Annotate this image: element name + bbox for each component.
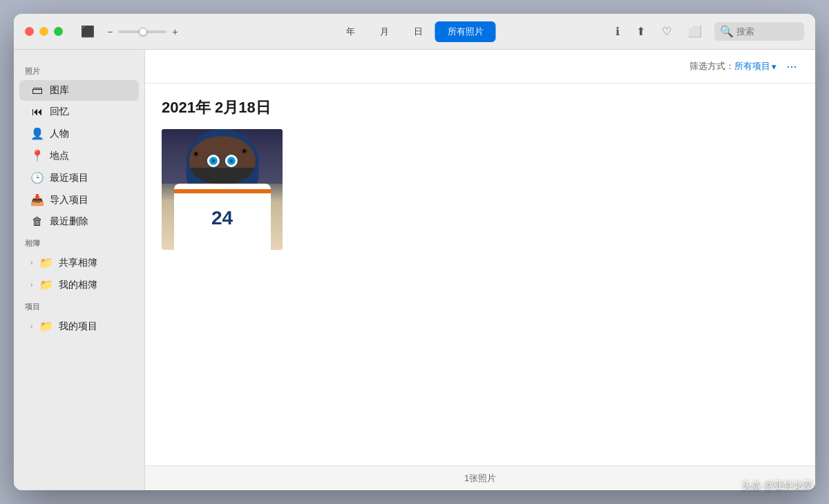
- memories-icon: ⏮: [30, 106, 44, 118]
- sidebar-label-people: 人物: [50, 128, 69, 140]
- sidebar-item-import[interactable]: 📥 导入项目: [19, 189, 139, 211]
- crop-button[interactable]: ⬜: [684, 22, 706, 41]
- app-window: ⬛ − + 年 月 日 所有照片 ℹ ⬆ ♡ ⬜ 🔍: [14, 14, 815, 490]
- shared-albums-icon: 📁: [39, 256, 53, 269]
- import-icon: 📥: [30, 193, 44, 206]
- goggle-left: [206, 153, 221, 168]
- sidebar-item-places[interactable]: 📍 地点: [19, 145, 139, 166]
- main-content: 筛选方式： 所有项目 ▾ ··· 2021年 2月18日: [145, 50, 815, 490]
- close-button[interactable]: [25, 27, 34, 36]
- zoom-slider[interactable]: [118, 30, 166, 33]
- filter-label: 筛选方式：: [689, 60, 734, 72]
- recent-icon: 🕒: [30, 171, 44, 184]
- sidebar-item-shared-albums[interactable]: › 📁 共享相簿: [19, 252, 139, 273]
- photo-count: 1张照片: [464, 472, 496, 485]
- maximize-button[interactable]: [54, 27, 63, 36]
- photos-row: ✴ ✴ 24: [162, 129, 799, 250]
- pupil-right: [227, 157, 236, 165]
- jersey-number: 24: [211, 207, 233, 229]
- titlebar: ⬛ − + 年 月 日 所有照片 ℹ ⬆ ♡ ⬜ 🔍: [14, 14, 815, 50]
- photo-inner: ✴ ✴ 24: [162, 129, 283, 250]
- goggle-right: [224, 153, 239, 168]
- more-options-button[interactable]: ···: [782, 57, 801, 76]
- date-header: 2021年 2月18日: [162, 97, 799, 118]
- sidebar-item-recent[interactable]: 🕒 最近项目: [19, 167, 139, 188]
- favorite-button[interactable]: ♡: [658, 22, 676, 41]
- sidebar-section-projects: 项目: [14, 296, 144, 315]
- deleted-icon: 🗑: [30, 215, 44, 228]
- sidebar-label-my-albums: 我的相簿: [59, 279, 97, 291]
- expand-my-albums-icon: ›: [30, 281, 32, 289]
- photo-thumbnail[interactable]: ✴ ✴ 24: [162, 129, 283, 250]
- jersey-stripe: [174, 189, 271, 193]
- goggles: [206, 153, 239, 168]
- zoom-control: − +: [104, 25, 180, 39]
- my-albums-icon: 📁: [39, 278, 53, 291]
- share-button[interactable]: ⬆: [632, 22, 649, 41]
- tab-day[interactable]: 日: [401, 21, 435, 42]
- sidebar-label-deleted: 最近删除: [50, 215, 88, 228]
- photo-background: ✴ ✴ 24: [162, 129, 283, 250]
- zoom-plus-button[interactable]: +: [169, 25, 180, 39]
- zoom-slider-thumb[interactable]: [139, 28, 147, 36]
- tab-group: 年 月 日 所有照片: [334, 21, 496, 42]
- toolbar-right: ℹ ⬆ ♡ ⬜ 🔍: [611, 22, 804, 41]
- sidebar-item-my-projects[interactable]: › 📁 我的项目: [19, 316, 139, 337]
- sidebar-item-my-albums[interactable]: › 📁 我的相簿: [19, 274, 139, 295]
- slideshow-button[interactable]: ⬛: [77, 22, 99, 41]
- mask: [189, 168, 255, 185]
- filter-value[interactable]: 所有项目 ▾: [734, 60, 776, 72]
- places-icon: 📍: [30, 149, 44, 162]
- traffic-lights: [25, 27, 63, 36]
- pupil-left: [209, 157, 218, 165]
- sidebar-label-recent: 最近项目: [50, 172, 88, 184]
- expand-projects-icon: ›: [30, 322, 32, 330]
- sidebar-section-photos: 照片: [14, 61, 144, 79]
- minimize-button[interactable]: [39, 27, 48, 36]
- sidebar-label-library: 图库: [50, 84, 69, 97]
- people-icon: 👤: [30, 127, 44, 140]
- sidebar-label-import: 导入项目: [50, 194, 88, 206]
- info-button[interactable]: ℹ: [611, 22, 624, 41]
- bottom-bar: 1张照片: [145, 465, 815, 490]
- star-left-icon: ✴: [192, 148, 200, 159]
- sidebar-label-shared-albums: 共享相簿: [59, 257, 97, 269]
- sidebar-label-my-projects: 我的项目: [59, 320, 97, 333]
- expand-shared-icon: ›: [30, 259, 32, 266]
- filter-chevron-icon: ▾: [772, 61, 776, 72]
- sidebar-section-albums: 相簿: [14, 233, 144, 251]
- sidebar-item-deleted[interactable]: 🗑 最近删除: [19, 211, 139, 232]
- sidebar-item-people[interactable]: 👤 人物: [19, 123, 139, 144]
- content-area: 照片 🗃 图库 ⏮ 回忆 👤 人物 📍 地点 🕒 最近项目: [14, 50, 815, 490]
- library-icon: 🗃: [30, 84, 44, 97]
- my-projects-icon: 📁: [39, 320, 53, 333]
- tab-all[interactable]: 所有照片: [435, 21, 496, 42]
- sidebar: 照片 🗃 图库 ⏮ 回忆 👤 人物 📍 地点 🕒 最近项目: [14, 50, 145, 490]
- sidebar-item-memories[interactable]: ⏮ 回忆: [19, 101, 139, 122]
- star-right-icon: ✴: [240, 146, 249, 157]
- player-jersey: 24: [174, 184, 271, 250]
- search-box[interactable]: 🔍: [714, 22, 804, 41]
- tab-month[interactable]: 月: [368, 21, 401, 42]
- player-head: ✴ ✴: [189, 136, 255, 184]
- zoom-minus-button[interactable]: −: [104, 25, 115, 39]
- sidebar-label-places: 地点: [50, 150, 69, 162]
- sidebar-label-memories: 回忆: [50, 106, 69, 118]
- photo-grid: 2021年 2月18日: [145, 84, 815, 465]
- search-input[interactable]: [736, 26, 799, 37]
- main-header: 筛选方式： 所有项目 ▾ ···: [145, 50, 815, 84]
- search-icon: 🔍: [720, 25, 734, 38]
- tab-year[interactable]: 年: [334, 21, 368, 42]
- sidebar-item-library[interactable]: 🗃 图库: [19, 80, 139, 101]
